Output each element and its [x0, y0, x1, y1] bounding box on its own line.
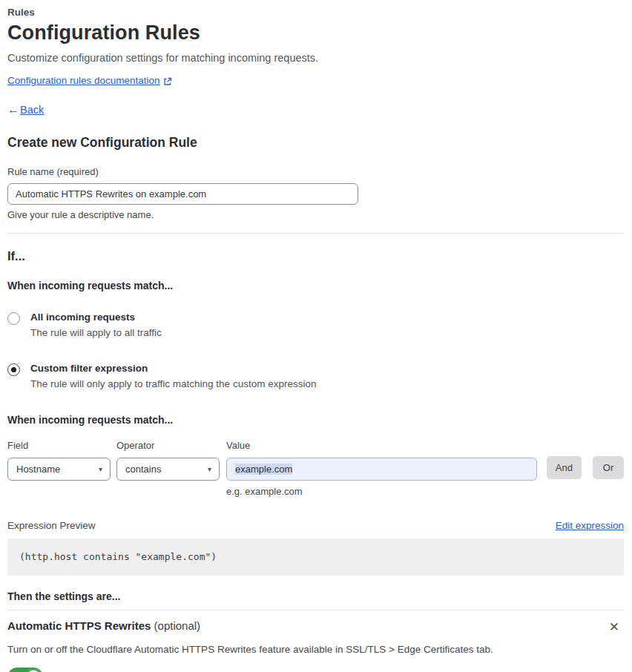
- field-dropdown-value: Hostname: [16, 464, 60, 475]
- breadcrumb: Rules: [7, 7, 624, 18]
- toggle-knob: [25, 669, 42, 672]
- operator-dropdown[interactable]: contains ▾: [116, 458, 220, 481]
- configuration-rules-page: Rules Configuration Rules Customize conf…: [0, 0, 632, 672]
- chevron-down-icon: ▾: [99, 465, 102, 473]
- field-label: Field: [7, 440, 111, 451]
- automatic-https-rewrites-toggle[interactable]: ✓: [7, 668, 43, 672]
- rule-name-input[interactable]: [7, 183, 358, 205]
- expression-builder-heading: When incoming requests match...: [7, 414, 624, 426]
- value-input-text: example.com: [235, 464, 292, 475]
- expression-preview-label: Expression Preview: [7, 520, 96, 531]
- create-rule-heading: Create new Configuration Rule: [7, 135, 624, 151]
- radio-option-description: The rule will only apply to traffic matc…: [30, 378, 316, 389]
- documentation-link[interactable]: Configuration rules documentation: [7, 75, 160, 86]
- page-subtitle: Customize configuration settings for mat…: [7, 52, 624, 64]
- radio-option-label: All incoming requests: [30, 312, 162, 323]
- radio-unselected-icon[interactable]: [7, 312, 20, 325]
- setting-card-automatic-https-rewrites: Automatic HTTPS Rewrites (optional) ✕ Tu…: [7, 610, 624, 672]
- setting-description: Turn on or off the Cloudflare Automatic …: [7, 644, 624, 655]
- page-title: Configuration Rules: [7, 22, 624, 45]
- radio-option-custom-filter[interactable]: Custom filter expression The rule will o…: [7, 363, 624, 389]
- value-input[interactable]: example.com: [226, 458, 537, 481]
- value-helper: e.g. example.com: [226, 486, 537, 497]
- close-icon[interactable]: ✕: [606, 619, 622, 635]
- radio-option-label: Custom filter expression: [30, 363, 316, 374]
- edit-expression-link[interactable]: Edit expression: [556, 520, 624, 531]
- value-label: Value: [226, 440, 537, 451]
- radio-selected-icon[interactable]: [7, 363, 20, 376]
- radio-option-description: The rule will apply to all traffic: [30, 327, 162, 338]
- if-heading: If...: [7, 249, 624, 263]
- radio-option-all-requests[interactable]: All incoming requests The rule will appl…: [7, 312, 624, 338]
- operator-dropdown-value: contains: [125, 464, 161, 475]
- rule-name-helper: Give your rule a descriptive name.: [7, 209, 624, 220]
- rule-name-label: Rule name (required): [7, 166, 624, 177]
- section-divider: [7, 233, 624, 234]
- back-arrow-icon: ←: [7, 103, 19, 116]
- then-settings-heading: Then the settings are...: [7, 590, 624, 602]
- setting-name: Automatic HTTPS Rewrites: [7, 619, 151, 632]
- operator-label: Operator: [116, 440, 220, 451]
- or-button[interactable]: Or: [593, 456, 624, 479]
- back-link[interactable]: Back: [20, 104, 44, 116]
- chevron-down-icon: ▾: [208, 465, 211, 473]
- expression-preview-code: (http.host contains "example.com"): [7, 538, 624, 576]
- match-type-heading: When incoming requests match...: [7, 280, 624, 291]
- external-link-icon: [163, 77, 172, 86]
- field-dropdown[interactable]: Hostname ▾: [7, 458, 111, 481]
- setting-optional-label: (optional): [151, 619, 200, 632]
- and-button[interactable]: And: [547, 456, 582, 479]
